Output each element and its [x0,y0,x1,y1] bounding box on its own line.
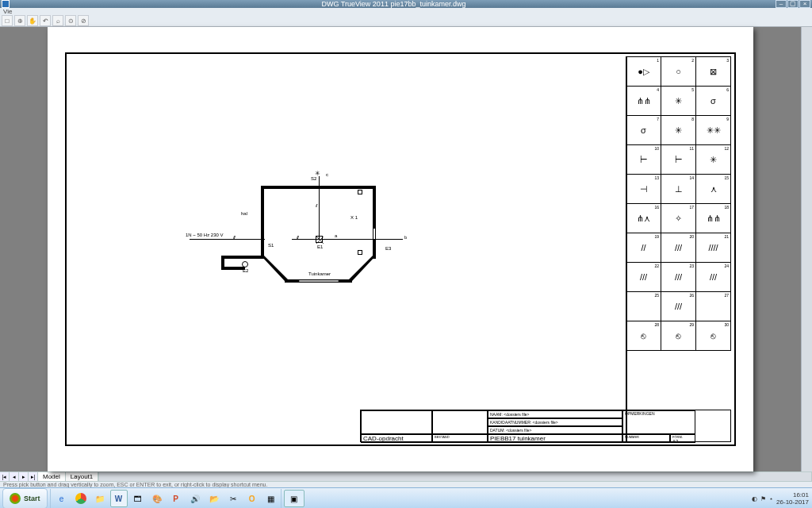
circuit-line [292,239,403,240]
legend-cell: 6σ [695,86,731,116]
zoom-prev-icon[interactable]: ↶ [40,15,51,26]
legend-cell: 15⋏ [695,174,731,204]
app-icon [2,0,10,8]
legend-cell: 7σ [626,115,661,145]
ie-icon[interactable]: e [53,490,71,507]
titlebar: DWG TrueView 2011 pie17bb_tuinkamer.dwg … [0,0,812,8]
minimize-button[interactable]: – [776,0,787,8]
zoom-icon[interactable]: ⊙ [65,15,76,26]
column-icon [358,190,362,194]
legend-divider [626,56,627,442]
zoom-extents-icon[interactable]: ⊕ [14,15,25,26]
tb-nummer: NUMMER [622,434,670,443]
svg-marker-1 [349,256,376,281]
legend-cell: 21//// [695,233,731,263]
power-note-label: 1N ~ 50 Hz 230 V [186,233,224,237]
legend-cell: 27 [695,291,731,321]
tab-layout1[interactable]: Layout1 [65,471,98,482]
legend-cell: 14⊥ [661,174,696,204]
c-label: c [326,172,328,177]
cancel-icon[interactable]: ⊘ [78,15,89,26]
e3-label: E3 [385,246,391,251]
tab-model[interactable]: Model [37,471,66,482]
close-button[interactable]: × [799,0,810,8]
legend-cell: 2○ [661,56,696,87]
word-icon[interactable]: W [110,490,128,507]
menubar: Vie [0,8,812,15]
legend-cell: 11⊢ [661,144,696,175]
new-icon[interactable]: □ [2,15,13,26]
floorplan: ✳ 1N ~ 50 Hz 230 V hal Tuinkamer S1 S2 E… [249,171,408,306]
legend-cell: 3⊠ [695,56,731,87]
tb-project: PIEBB17 tuinkamer [488,434,622,443]
app-icon[interactable]: ▦ [262,490,280,507]
status-text: Press pick button and drag vertically to… [3,482,267,487]
legend-cell: 18⋔⋔ [695,203,731,233]
tb-naam: NAAM: <dossiers file> [488,410,622,418]
legend-cell: 13⊣ [626,174,661,204]
legend-cell: 8✳ [661,115,696,145]
legend-cell: 20/// [661,233,696,263]
circuit-line [190,239,265,240]
start-button[interactable]: Start [2,488,48,508]
snip-icon[interactable]: ✂ [224,490,242,507]
svg-line-4 [354,259,371,276]
svg-line-3 [266,259,283,276]
e2-label: E2 [243,268,248,273]
legend-cell: 30⎋ [695,321,731,351]
drawing-canvas[interactable]: 1●▷ 2○ 3⊠ 4⋔⋔ 5✳ 6σ 7σ 8✳ 9✳✳ 10⊢ 11⊢ 12… [0,27,801,471]
outlook-icon[interactable]: O [243,490,261,507]
scrollbar-vertical[interactable] [801,27,812,471]
zoom-window-icon[interactable]: ⌕ [52,15,63,26]
tray-icon[interactable]: ◐ [752,495,757,502]
room-label: Tuinkamer [308,271,331,276]
media-icon[interactable]: 🔊 [186,490,204,507]
clock-time: 16:01 [776,491,809,498]
tb-form: FORM.A3 [670,434,695,443]
status-bar: Press pick button and drag vertically to… [0,482,812,487]
tb-bestand: BESTAND [432,434,488,443]
tb-cad: CAD-opdracht [361,434,432,443]
svg-rect-5 [299,280,339,282]
maximize-button[interactable]: ▢ [787,0,799,8]
legend-cell: 12✳ [695,144,731,175]
legend-cell: 28⎋ [626,321,661,351]
title-block: NAAM: <dossiers file> KANDIDAATNUMMER: <… [360,410,731,442]
desktop-icon[interactable]: 🗔 [129,490,147,507]
x1-label: X 1 [350,215,358,220]
legend-cell: 25 [626,291,661,321]
legend-cell: 9✳✳ [695,115,731,145]
legend-cell: 19// [626,233,661,263]
paper-page: 1●▷ 2○ 3⊠ 4⋔⋔ 5✳ 6σ 7σ 8✳ 9✳✳ 10⊢ 11⊢ 12… [48,27,753,471]
system-tray[interactable]: ◐ ⚑ ⋆ 16:01 26-10-2017 [749,491,812,506]
paint-icon[interactable]: 🎨 [148,490,166,507]
hal-label: hal [241,211,247,216]
menu-view[interactable]: Vie [3,8,12,15]
tb-kandidaat: KANDIDAATNUMMER: <dossiers file> [488,418,622,426]
hand-icon[interactable]: ✋ [27,15,38,26]
window-title: DWG TrueView 2011 pie17bb_tuinkamer.dwg [322,0,466,8]
b-label: b [404,235,407,240]
legend-cell: 10⊢ [626,144,661,175]
tray-icon[interactable]: ⚑ [760,495,766,502]
tray-icon[interactable]: ⋆ [769,495,773,502]
light-symbol [242,261,248,267]
scrollbar-horizontal[interactable] [98,471,812,482]
legend-cell: 17✧ [661,203,696,233]
windows-logo-icon [10,493,21,504]
angled-walls [261,256,376,299]
symbol-legend: 1●▷ 2○ 3⊠ 4⋔⋔ 5✳ 6σ 7σ 8✳ 9✳✳ 10⊢ 11⊢ 12… [626,57,731,351]
ppt-icon[interactable]: P [167,490,185,507]
trueview-taskbtn[interactable]: ▣ [284,490,304,507]
svg-marker-0 [261,256,288,281]
legend-cell: 29⎋ [661,321,696,351]
light-symbol [316,236,323,243]
legend-cell: 23/// [661,262,696,292]
explorer-icon[interactable]: 📁 [91,490,109,507]
tb-datum: DATUM: <dossiers file> [488,426,622,434]
folder2-icon[interactable]: 📂 [205,490,223,507]
column-icon [358,250,362,255]
s1-label: S1 [268,243,274,248]
chrome-icon[interactable] [72,490,90,507]
toolbar: □ ⊕ ✋ ↶ ⌕ ⊙ ⊘ [0,15,812,27]
